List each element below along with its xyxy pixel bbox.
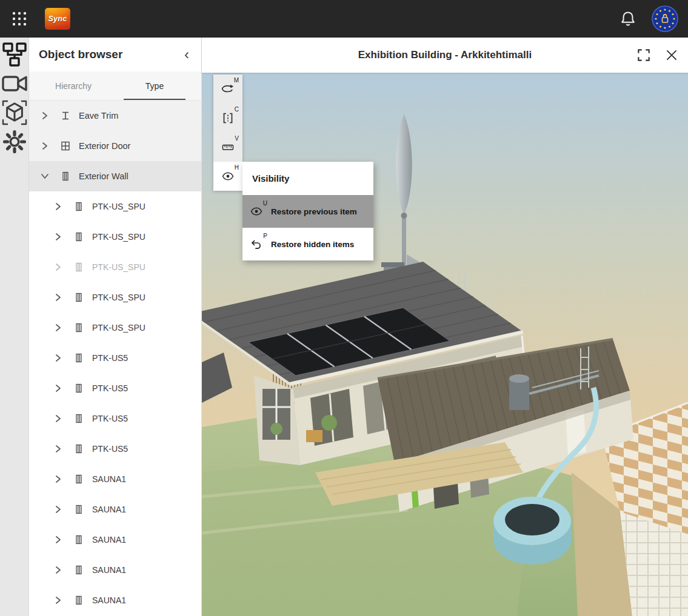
menu-item-shortcut: U: [263, 200, 267, 207]
collapse-panel-icon[interactable]: ‹: [181, 47, 193, 62]
viewport-title: Exhibition Building - Arkkitehtimalli: [202, 49, 688, 61]
camera-views-icon[interactable]: [0, 69, 29, 98]
model-viewer-icon[interactable]: [0, 98, 29, 127]
tool-shortcut: H: [235, 164, 239, 171]
tab-hierarchy[interactable]: Hierarchy: [33, 71, 114, 100]
chevron-right-icon[interactable]: [52, 443, 64, 455]
tool-icon: [221, 141, 235, 154]
tree-row[interactable]: Exterior Door: [29, 131, 201, 161]
tree-row[interactable]: SAUNA1: [29, 555, 201, 585]
viewport-header: Exhibition Building - Arkkitehtimalli: [202, 38, 688, 73]
visibility-menu-title: Visibility: [242, 162, 373, 195]
apps-grid-icon[interactable]: [10, 9, 29, 28]
tree-row[interactable]: PTK-US5: [29, 343, 201, 373]
tool-shortcut: C: [235, 106, 239, 113]
tree-row[interactable]: PTK-US_SPU: [29, 313, 201, 343]
chevron-right-icon[interactable]: [52, 503, 64, 515]
chevron-right-icon[interactable]: [52, 534, 64, 546]
tree-row[interactable]: SAUNA1: [29, 464, 201, 494]
panel-title: Object browser: [39, 48, 122, 61]
chevron-right-icon[interactable]: [52, 231, 64, 243]
tree-row-label: SAUNA1: [92, 505, 126, 514]
chevron-right-icon[interactable]: [52, 352, 64, 364]
chevron-right-icon[interactable]: [39, 110, 51, 122]
chevron-right-icon[interactable]: [52, 261, 64, 273]
chevron-right-icon[interactable]: [52, 200, 64, 213]
node-type-icon: [59, 170, 72, 182]
tab-label: Type: [145, 81, 164, 91]
node-type-icon: [73, 322, 85, 334]
tree-row[interactable]: SAUNA1: [29, 525, 201, 555]
chevron-right-icon[interactable]: [52, 564, 64, 576]
measure-tool-button[interactable]: V: [213, 133, 242, 162]
tree-row-label: PTK-US_SPU: [92, 323, 145, 333]
menu-item-shortcut: P: [263, 233, 267, 239]
tree-row-label: PTK-US_SPU: [92, 202, 145, 211]
object-browser-rail-icon[interactable]: [0, 40, 29, 69]
tree-row[interactable]: PTK-US_SPU: [29, 282, 201, 313]
menu-item-icon: U: [250, 205, 263, 218]
topbar: Sync: [0, 0, 688, 38]
notifications-bell-icon[interactable]: [619, 10, 637, 28]
tool-icon: [221, 111, 235, 125]
node-type-icon: [73, 200, 85, 213]
user-avatar[interactable]: [652, 5, 678, 32]
main-area: Object browser ‹ Hierarchy Type: [0, 38, 688, 616]
chevron-right-icon[interactable]: [52, 382, 64, 394]
fullscreen-icon[interactable]: [636, 47, 652, 63]
chevron-right-icon[interactable]: [52, 412, 64, 425]
node-type-icon: [73, 352, 85, 364]
section-tool-button[interactable]: C: [213, 104, 242, 133]
tree-row[interactable]: Exterior Wall: [29, 161, 201, 191]
tree-row-label: SAUNA1: [92, 474, 126, 484]
tree-row-label: PTK-US_SPU: [92, 262, 145, 272]
node-type-icon: [73, 594, 85, 606]
topbar-right: [619, 5, 678, 32]
tree-row[interactable]: PTK-US_SPU: [29, 222, 201, 252]
chevron-right-icon[interactable]: [39, 140, 51, 152]
object-browser-panel: Object browser ‹ Hierarchy Type: [29, 38, 202, 616]
tree-row[interactable]: Eave Trim: [29, 101, 201, 131]
orbit-tool-button[interactable]: M: [213, 75, 242, 104]
tab-label: Hierarchy: [55, 81, 92, 91]
tool-shortcut: M: [234, 77, 239, 84]
tree-row[interactable]: PTK-US5: [29, 434, 201, 464]
scene-container: M C: [202, 73, 688, 616]
close-icon[interactable]: [664, 47, 680, 63]
node-type-icon: [73, 382, 85, 394]
chevron-right-icon[interactable]: [52, 291, 64, 303]
tree-row-label: PTK-US_SPU: [92, 232, 145, 242]
tree-row-label: Exterior Door: [79, 141, 130, 151]
sync-logo[interactable]: Sync: [45, 8, 70, 30]
tool-icon: [221, 82, 235, 96]
settings-gear-icon[interactable]: [0, 127, 29, 156]
visibility-tool-button[interactable]: H: [213, 162, 242, 191]
tree-row[interactable]: SAUNA1: [29, 494, 201, 525]
tree-row[interactable]: PTK-US_SPU: [29, 252, 201, 282]
tab-type[interactable]: Type: [114, 71, 195, 100]
visibility-menu-item[interactable]: U Restore previous item: [242, 195, 373, 228]
tree-row[interactable]: PTK-US5: [29, 403, 201, 434]
tree-row-label: SAUNA1: [92, 535, 126, 545]
tree: Eave Trim Exterior Door: [29, 101, 201, 616]
chevron-right-icon[interactable]: [52, 473, 64, 485]
tree-row-label: PTK-US_SPU: [92, 293, 145, 302]
node-type-icon: [73, 291, 85, 303]
node-type-icon: [73, 473, 85, 485]
tree-row-label: PTK-US5: [92, 414, 128, 423]
tree-row-label: Eave Trim: [79, 111, 118, 121]
visibility-menu-item[interactable]: P Restore hidden items: [242, 228, 373, 260]
chevron-right-icon[interactable]: [52, 594, 64, 606]
tree-row[interactable]: PTK-US_SPU: [29, 191, 201, 222]
tree-row-label: SAUNA1: [92, 595, 126, 605]
tree-row[interactable]: SAUNA1: [29, 585, 201, 615]
chevron-right-icon[interactable]: [52, 322, 64, 334]
tree-row-label: SAUNA1: [92, 565, 126, 575]
node-type-icon: [73, 261, 85, 273]
chevron-right-icon[interactable]: [39, 170, 51, 182]
node-type-icon: [59, 140, 72, 152]
tree-row-label: PTK-US5: [92, 353, 128, 363]
3d-model-render[interactable]: [202, 73, 688, 616]
menu-item-label: Restore hidden items: [271, 240, 354, 249]
tree-row[interactable]: PTK-US5: [29, 373, 201, 403]
